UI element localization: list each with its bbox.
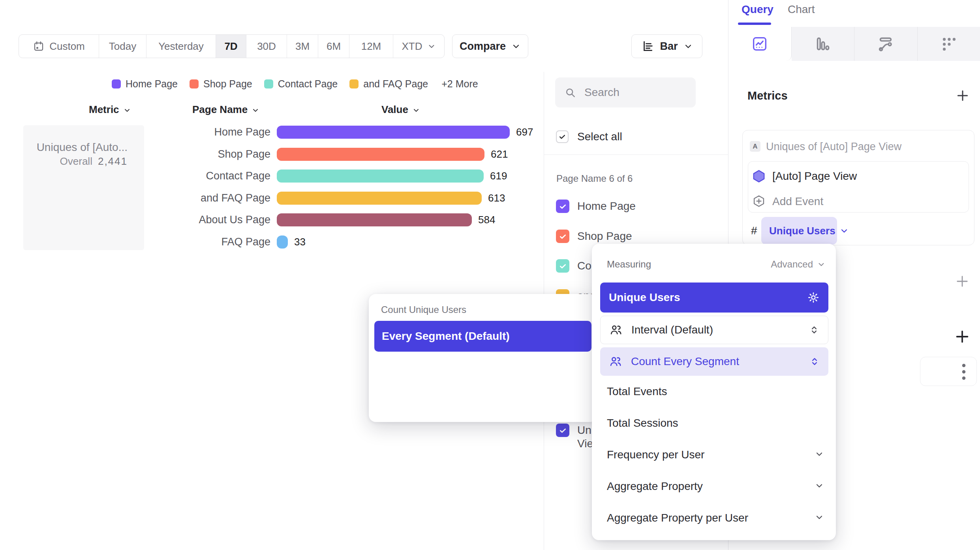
plus-icon: [953, 328, 971, 346]
add-metric-button[interactable]: [955, 88, 971, 104]
check-icon: [559, 202, 567, 211]
date-range-6m[interactable]: 6M: [318, 35, 349, 58]
date-range-12m[interactable]: 12M: [349, 35, 393, 58]
bar-row: Home Page 697: [0, 126, 544, 139]
aggregation-selector[interactable]: Unique Users: [761, 217, 837, 245]
add-breakdown-button[interactable]: [953, 328, 971, 346]
bar-columns-icon: [814, 35, 832, 53]
legend-more[interactable]: +2 More: [441, 78, 478, 90]
date-range-3m[interactable]: 3M: [287, 35, 318, 58]
metric-card-name: Uniques of [Auto] Page View: [766, 141, 901, 153]
aggregation-prefix: #: [751, 224, 757, 237]
bar[interactable]: [277, 235, 288, 249]
column-header-metric[interactable]: Metric: [89, 104, 131, 116]
chevron-down-icon: [817, 260, 826, 269]
check-icon: [559, 426, 567, 435]
measuring-popup: Measuring Advanced Unique Users Interval…: [592, 244, 836, 540]
check-icon: [559, 232, 567, 241]
bar[interactable]: [277, 126, 510, 139]
legend-item[interactable]: Shop Page: [190, 78, 252, 90]
plus-icon: [955, 88, 971, 104]
mixpanel-insights-report: { "toolbar": { "date_ranges": ["Custom",…: [0, 0, 980, 550]
bar-category-label: Home Page: [134, 126, 270, 139]
filter-checkbox[interactable]: [556, 424, 569, 437]
bar[interactable]: [277, 170, 484, 183]
tab-chart[interactable]: Chart: [788, 3, 815, 16]
tab-query[interactable]: Query: [742, 3, 773, 16]
bar-category-label: FAQ Page: [134, 235, 270, 249]
tab-retention[interactable]: [918, 27, 980, 61]
column-header-value[interactable]: Value: [381, 104, 420, 116]
chevron-down-icon: [123, 105, 131, 114]
date-range-yesterday[interactable]: Yesterday: [146, 35, 216, 58]
bar[interactable]: [277, 213, 472, 226]
tab-funnels[interactable]: [792, 27, 855, 61]
flow-sankey-icon: [877, 35, 895, 53]
active-tab-underline: [738, 23, 771, 25]
legend-item[interactable]: Home Page: [112, 78, 178, 90]
gear-icon[interactable]: [807, 291, 820, 304]
menu-item-frequency[interactable]: Frequency per User: [607, 448, 704, 461]
bar[interactable]: [277, 192, 482, 205]
advanced-dropdown[interactable]: Advanced: [771, 259, 826, 270]
bar-category-label: Contact Page: [134, 170, 270, 183]
date-range-xtd[interactable]: XTD: [393, 35, 444, 58]
menu-item-total-events[interactable]: Total Events: [607, 385, 667, 398]
compare-button[interactable]: Compare: [452, 34, 528, 58]
filter-item: Shop Page: [556, 230, 632, 243]
menu-item-every-segment[interactable]: Every Segment (Default): [374, 321, 591, 352]
legend-item[interactable]: and FAQ Page: [349, 78, 428, 90]
hexagon-event-icon: [752, 169, 766, 183]
date-range-30d[interactable]: 30D: [246, 35, 287, 58]
filter-checkbox[interactable]: [556, 230, 569, 243]
legend-item[interactable]: Contact Page: [264, 78, 338, 90]
metric-summary-card[interactable]: Uniques of [Auto... Overall2,441: [23, 125, 144, 250]
select-all-row: Select all: [556, 130, 622, 143]
column-header-page-name[interactable]: Page Name: [192, 104, 259, 116]
chart-type-button[interactable]: Bar: [631, 34, 702, 58]
menu-item-aggregate-property-per-user[interactable]: Aggregate Property per User: [607, 512, 748, 524]
bar-value: 584: [478, 213, 495, 226]
date-range-7d[interactable]: 7D: [216, 35, 246, 58]
tab-insights[interactable]: [728, 27, 792, 61]
bar-category-label: About Us Page: [134, 213, 270, 226]
filter-item: Home Page: [556, 200, 636, 213]
search-input[interactable]: [584, 86, 684, 99]
add-filter-button[interactable]: [954, 273, 971, 290]
calendar-icon: [33, 40, 45, 52]
bar-value: 33: [294, 235, 306, 249]
filter-checkbox[interactable]: [556, 200, 569, 213]
stepper-icon: [809, 356, 820, 367]
segment-mode-selector[interactable]: Count Every Segment: [600, 347, 828, 376]
menu-item-aggregate-property[interactable]: Aggregate Property: [607, 480, 703, 493]
chevron-down-icon: [252, 105, 259, 114]
date-range-custom[interactable]: Custom: [19, 35, 99, 58]
interval-selector[interactable]: Interval (Default): [600, 316, 828, 344]
chevron-down-icon: [815, 449, 824, 459]
legend-swatch: [190, 79, 199, 89]
select-all-checkbox[interactable]: [556, 130, 569, 143]
count-menu-title: Count Unique Users: [381, 304, 466, 315]
date-range-control: Custom Today Yesterday 7D 30D 3M 6M 12M …: [19, 34, 445, 58]
menu-item-total-sessions[interactable]: Total Sessions: [607, 417, 678, 429]
dots-triangle-icon: [940, 35, 958, 53]
kebab-menu-icon[interactable]: [959, 363, 969, 381]
bar[interactable]: [277, 148, 484, 161]
legend-swatch: [349, 79, 359, 89]
horizontal-bar-chart-icon: [641, 40, 654, 53]
filter-checkbox[interactable]: [556, 259, 569, 273]
chevron-down-icon: [412, 105, 420, 114]
select-all-label: Select all: [577, 130, 622, 143]
event-name[interactable]: [Auto] Page View: [772, 170, 857, 183]
bar-row: About Us Page 584: [0, 213, 544, 226]
menu-item-unique-users[interactable]: Unique Users: [600, 283, 828, 313]
metric-letter-badge: A: [750, 141, 760, 152]
stepper-icon: [809, 325, 819, 335]
bar-row: FAQ Page 33: [0, 235, 544, 249]
bar-row: Contact Page 619: [0, 170, 544, 183]
tab-flows[interactable]: [854, 27, 918, 61]
date-range-today[interactable]: Today: [99, 35, 146, 58]
chevron-down-icon: [511, 41, 521, 51]
bar-value: 613: [488, 192, 505, 205]
add-event-button[interactable]: Add Event: [772, 195, 823, 208]
